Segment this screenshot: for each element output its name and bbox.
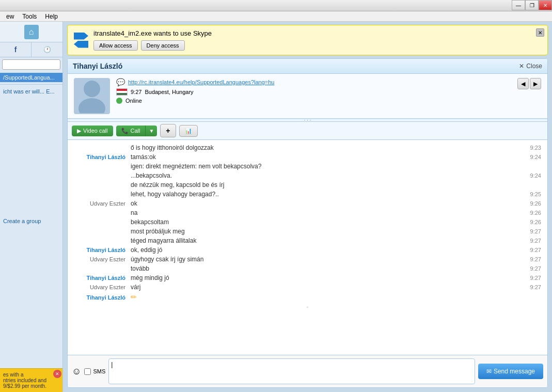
message-time: 9:26	[521, 219, 541, 225]
table-row: Udvary Eszter úgyhogy csak írj így simán…	[74, 255, 541, 264]
message-text: tamás:ok	[131, 153, 521, 161]
sidebar-tab-history[interactable]: 🕐	[31, 42, 62, 57]
banner-content: itranslate4_im2.exe wants to use Skype A…	[93, 29, 212, 51]
message-sender: Udvary Eszter	[74, 200, 131, 207]
sidebar-footer: ✕ es with a ntries included and 9/$2.99 …	[0, 368, 62, 392]
message-time: 9:26	[521, 210, 541, 216]
chart-button[interactable]: 📊	[179, 125, 198, 137]
table-row: most próbáljuk meg 9:27	[74, 227, 541, 236]
message-time: 9:23	[521, 145, 541, 151]
send-label: Send message	[494, 368, 535, 375]
svg-point-0	[84, 81, 100, 97]
chat-close-button[interactable]: ✕ Close	[519, 62, 542, 70]
message-text: bekapcsoltam	[131, 218, 521, 226]
sms-checkbox-group: SMS	[84, 368, 105, 375]
dual-arrow-icon	[74, 33, 88, 48]
table-row: na 9:26	[74, 208, 541, 217]
message-text: ő is hogy itthonoiról dolgozzak	[131, 144, 521, 151]
status-label: Online	[125, 98, 142, 104]
banner-message: itranslate4_im2.exe wants to use Skype	[93, 29, 212, 37]
call-button[interactable]: 📞 Call	[116, 126, 146, 136]
window-close-button[interactable]: ✕	[539, 0, 552, 10]
message-time: 9:27	[521, 238, 541, 244]
message-time: 9:27	[521, 284, 541, 290]
message-input[interactable]: |	[108, 358, 475, 384]
message-text: de nézzük meg, kapcsold be és írj	[131, 181, 521, 189]
input-area: ☺ SMS | ✉ Send message	[68, 355, 547, 387]
table-row: Tihanyi László még mindig jó 9:27	[74, 273, 541, 283]
call-dropdown-button[interactable]: ▼	[145, 126, 157, 136]
table-row: Tihanyi László ✏	[74, 292, 541, 302]
message-time: 9:27	[521, 265, 541, 272]
smiley-button[interactable]: ☺	[72, 366, 81, 377]
message-text: ...bekapcsolva.	[131, 172, 521, 179]
minimize-button[interactable]: —	[512, 0, 525, 10]
menu-item-tools[interactable]: Tools	[18, 12, 41, 21]
message-time: 9:27	[521, 256, 541, 262]
sidebar-item-1[interactable]: icht was er will... E...	[0, 87, 62, 96]
message-time: 9:26	[521, 200, 541, 207]
sms-checkbox[interactable]	[84, 368, 91, 375]
title-bar: — ❐ ✕	[0, 0, 552, 11]
close-x-icon: ✕	[519, 62, 524, 70]
search-input[interactable]	[2, 59, 60, 70]
sidebar-footer-close[interactable]: ✕	[53, 370, 61, 378]
profile-info: 💬 http://rc.itranslate4.eu/help/Supporte…	[116, 78, 511, 104]
flag-hu-icon	[116, 88, 128, 96]
call-label: Call	[131, 128, 140, 134]
menu-item-help[interactable]: Help	[41, 12, 62, 21]
message-time: 9:24	[521, 173, 541, 179]
table-row: igen: direkt megnéztem: nem volt bekapcs…	[74, 162, 541, 171]
message-text: igen: direkt megnéztem: nem volt bekapcs…	[131, 163, 521, 170]
message-text: úgyhogy csak írj így simán	[131, 256, 521, 263]
sidebar-footer-line1: es with a	[3, 372, 59, 378]
message-sender: Tihanyi László	[74, 154, 131, 160]
restore-button[interactable]: ❐	[525, 0, 539, 10]
message-time: 9:27	[521, 275, 541, 281]
sidebar-search	[0, 57, 62, 72]
profile-link[interactable]: http://rc.itranslate4.eu/help/SupportedL…	[128, 79, 274, 85]
sidebar-divider	[0, 84, 62, 85]
message-text: ✏	[131, 293, 521, 301]
allow-access-button[interactable]: Allow access	[93, 40, 138, 51]
message-sender: Udvary Eszter	[74, 256, 131, 262]
status-dot-icon	[116, 98, 122, 104]
table-row: Tihanyi László tamás:ok 9:24	[74, 152, 541, 162]
message-text: tovább	[131, 265, 521, 272]
close-label: Close	[526, 62, 542, 70]
home-icon-glyph: ⌂	[29, 27, 34, 37]
banner-buttons: Allow access Deny access	[93, 40, 212, 51]
create-group-link[interactable]: Create a group	[0, 216, 62, 226]
send-message-button[interactable]: ✉ Send message	[478, 364, 543, 379]
profile-location: 9:27 Budapest, Hungary	[116, 88, 511, 96]
message-text: téged magyarra állitalak	[131, 237, 521, 244]
deny-access-button[interactable]: Deny access	[141, 40, 185, 51]
sidebar-item-0[interactable]: /SupportedLangua...	[0, 73, 62, 82]
menu-bar: ew Tools Help	[0, 11, 552, 22]
sidebar-tab-facebook[interactable]: f	[0, 42, 31, 57]
nav-next-button[interactable]: ▶	[530, 78, 541, 89]
history-icon: 🕐	[43, 46, 51, 53]
message-sender: Tihanyi László	[74, 247, 131, 253]
location-text: Budapest, Hungary	[145, 89, 193, 95]
video-call-button[interactable]: ▶ Video call	[72, 126, 113, 136]
message-text: várj	[131, 284, 521, 291]
sidebar-footer-line2: ntries included and	[3, 378, 59, 383]
sidebar: ⌂ f 🕐 /SupportedLangua... icht was er wi…	[0, 22, 63, 392]
message-sender: Udvary Eszter	[74, 284, 131, 290]
chat-toolbar: ▶ Video call 📞 Call ▼ + 📊	[68, 122, 547, 140]
nav-prev-button[interactable]: ◀	[517, 78, 529, 89]
add-button[interactable]: +	[160, 124, 176, 137]
permission-banner-close[interactable]: ✕	[536, 28, 544, 37]
home-icon[interactable]: ⌂	[24, 25, 39, 39]
message-time: 9:27	[521, 228, 541, 234]
messages-area: ő is hogy itthonoiról dolgozzak 9:23 Tih…	[68, 140, 547, 355]
table-row: téged magyarra állitalak 9:27	[74, 236, 541, 245]
table-row: ő is hogy itthonoiról dolgozzak 9:23	[74, 143, 541, 152]
message-sender: Tihanyi László	[74, 275, 131, 281]
avatar-silhouette	[76, 80, 107, 113]
sidebar-tabs: f 🕐	[0, 42, 62, 57]
menu-item-ew[interactable]: ew	[2, 12, 18, 21]
sidebar-top: ⌂	[0, 22, 62, 42]
profile-status: Online	[116, 98, 511, 104]
